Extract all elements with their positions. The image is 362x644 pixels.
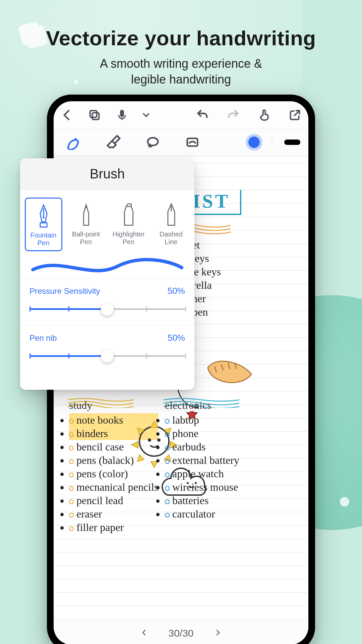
svg-point-12 [43, 217, 44, 219]
fountain-pen-icon [35, 202, 52, 229]
stroke-width-picker[interactable] [284, 140, 300, 145]
pen-nib-block: Pen nib 50% [20, 325, 194, 372]
hero-text: Vectorize your handwriting A smooth writ… [0, 26, 362, 88]
brush-popover: Brush FountainPen Ball-pointPen Highligh… [20, 158, 194, 390]
top-toolbar [54, 101, 308, 129]
pen-option-dashed[interactable]: DashedLine [153, 198, 190, 249]
lasso-tool[interactable] [143, 132, 163, 152]
highlighter-pen-icon [120, 201, 137, 228]
hero-subtitle-line1: A smooth writing experience & [0, 56, 362, 72]
popover-title: Brush [20, 158, 194, 190]
shape-tool[interactable] [182, 132, 202, 152]
column-header: study [69, 398, 158, 412]
slider-label: Pen nib [29, 333, 57, 343]
pen-option-highlighter[interactable]: HighlighterPen [110, 198, 147, 249]
column-header: electronics [165, 398, 239, 412]
ballpoint-pen-icon [77, 201, 95, 228]
pen-option-ballpoint[interactable]: Ball-pointPen [67, 198, 105, 249]
slider-label: Pressure Sensitivity [29, 286, 100, 296]
pen-tool[interactable] [64, 132, 84, 152]
next-page-icon[interactable] [214, 628, 222, 639]
svg-rect-2 [120, 110, 124, 117]
pressure-sensitivity-slider[interactable] [29, 302, 185, 316]
slider-value: 50% [168, 286, 185, 296]
tool-toolbar [54, 129, 308, 156]
eraser-tool[interactable] [103, 132, 123, 152]
toolbar-separator [272, 136, 272, 149]
color-picker[interactable] [248, 137, 260, 148]
dashed-line-pen-icon [163, 201, 180, 228]
svg-rect-13 [40, 223, 47, 227]
svg-rect-0 [92, 113, 99, 119]
back-icon[interactable] [58, 106, 76, 124]
open-external-icon[interactable] [286, 106, 304, 124]
redo-icon[interactable] [225, 106, 242, 124]
column-electronics: electronics labtop phone earbuds externa… [165, 398, 239, 521]
pager: 30/30 [54, 621, 308, 644]
svg-rect-1 [90, 110, 97, 117]
column-study: study note books binders bencil case pen… [69, 398, 158, 534]
slider-value: 50% [168, 333, 185, 343]
prev-page-icon[interactable] [140, 628, 148, 639]
touch-gesture-icon[interactable] [255, 106, 273, 124]
copy-icon[interactable] [86, 106, 103, 124]
microphone-icon[interactable] [113, 106, 131, 124]
stroke-preview [20, 255, 194, 278]
pressure-sensitivity-block: Pressure Sensitivity 50% [20, 278, 194, 325]
hero-title: Vectorize your handwriting [0, 26, 362, 50]
pen-nib-slider[interactable] [29, 349, 185, 363]
pen-type-row: FountainPen Ball-pointPen HighlighterPen… [20, 190, 194, 255]
page-indicator: 30/30 [168, 628, 193, 639]
hero-subtitle-line2: legible handwriting [0, 72, 362, 88]
pen-option-fountain[interactable]: FountainPen [25, 198, 62, 251]
undo-icon[interactable] [194, 106, 211, 124]
chevron-down-icon[interactable] [141, 106, 152, 124]
